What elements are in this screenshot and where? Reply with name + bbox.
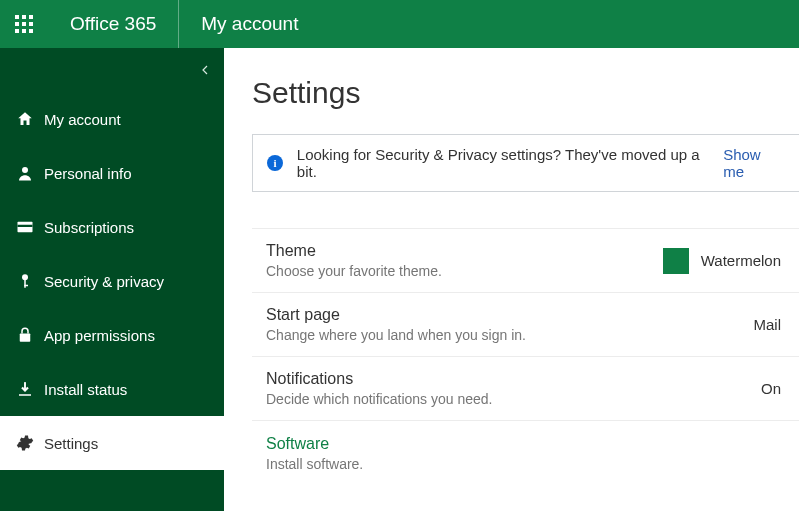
svg-rect-11: [18, 225, 33, 227]
sidebar-item-label: Settings: [44, 435, 98, 452]
sidebar-item-settings[interactable]: Settings: [0, 416, 224, 470]
row-title: Software: [266, 435, 363, 453]
sidebar-item-label: Install status: [44, 381, 127, 398]
svg-rect-14: [24, 285, 28, 287]
settings-row-notifications[interactable]: Notifications Decide which notifications…: [252, 357, 799, 421]
row-value: On: [761, 380, 781, 397]
sidebar-item-app-permissions[interactable]: App permissions: [0, 308, 224, 362]
sidebar-item-install-status[interactable]: Install status: [0, 362, 224, 416]
card-icon: [16, 218, 44, 236]
download-icon: [16, 380, 44, 398]
row-title: Start page: [266, 306, 526, 324]
svg-rect-15: [20, 334, 31, 342]
svg-point-9: [22, 167, 28, 173]
row-title: Theme: [266, 242, 442, 260]
sidebar-item-label: Security & privacy: [44, 273, 164, 290]
svg-rect-2: [29, 15, 33, 19]
info-text: Looking for Security & Privacy settings?…: [297, 146, 719, 180]
person-icon: [16, 164, 44, 182]
theme-swatch: [663, 248, 689, 274]
theme-value: Watermelon: [701, 252, 781, 269]
svg-rect-13: [24, 280, 26, 288]
sidebar-item-label: Subscriptions: [44, 219, 134, 236]
sidebar-item-personal-info[interactable]: Personal info: [0, 146, 224, 200]
svg-rect-1: [22, 15, 26, 19]
row-value: Mail: [753, 316, 781, 333]
svg-rect-5: [29, 22, 33, 26]
row-value: Watermelon: [663, 248, 781, 274]
svg-point-12: [22, 274, 28, 280]
page-title: Settings: [252, 76, 799, 110]
row-title: Notifications: [266, 370, 492, 388]
sidebar-item-label: My account: [44, 111, 121, 128]
chevron-left-icon: [200, 65, 210, 75]
sidebar-item-label: App permissions: [44, 327, 155, 344]
settings-row-theme[interactable]: Theme Choose your favorite theme. Waterm…: [252, 229, 799, 293]
svg-rect-8: [29, 29, 33, 33]
row-desc: Choose your favorite theme.: [266, 263, 442, 279]
row-desc: Install software.: [266, 456, 363, 472]
app-launcher-button[interactable]: [0, 0, 48, 48]
info-banner: i Looking for Security & Privacy setting…: [252, 134, 799, 192]
header-subtitle: My account: [179, 0, 320, 48]
svg-rect-3: [15, 22, 19, 26]
lock-icon: [16, 326, 44, 344]
settings-row-start-page[interactable]: Start page Change where you land when yo…: [252, 293, 799, 357]
row-desc: Decide which notifications you need.: [266, 391, 492, 407]
svg-rect-16: [19, 394, 31, 396]
sidebar-item-security-privacy[interactable]: Security & privacy: [0, 254, 224, 308]
brand-link[interactable]: Office 365: [48, 0, 179, 48]
top-bar: Office 365 My account: [0, 0, 799, 48]
home-icon: [16, 110, 44, 128]
svg-rect-4: [22, 22, 26, 26]
sidebar-item-label: Personal info: [44, 165, 132, 182]
collapse-sidebar-button[interactable]: [200, 64, 210, 78]
svg-rect-7: [22, 29, 26, 33]
sidebar-item-my-account[interactable]: My account: [0, 92, 224, 146]
settings-list: Theme Choose your favorite theme. Waterm…: [252, 228, 799, 485]
waffle-icon: [15, 15, 33, 33]
settings-row-software[interactable]: Software Install software.: [252, 421, 799, 485]
gear-icon: [16, 434, 44, 452]
sidebar-item-subscriptions[interactable]: Subscriptions: [0, 200, 224, 254]
svg-rect-6: [15, 29, 19, 33]
main-content: Settings i Looking for Security & Privac…: [224, 48, 799, 511]
sidebar: My account Personal info Subscriptions S…: [0, 48, 224, 511]
key-icon: [16, 272, 44, 290]
info-show-me-link[interactable]: Show me: [723, 146, 785, 180]
row-desc: Change where you land when you sign in.: [266, 327, 526, 343]
svg-rect-0: [15, 15, 19, 19]
info-icon: i: [267, 155, 283, 171]
